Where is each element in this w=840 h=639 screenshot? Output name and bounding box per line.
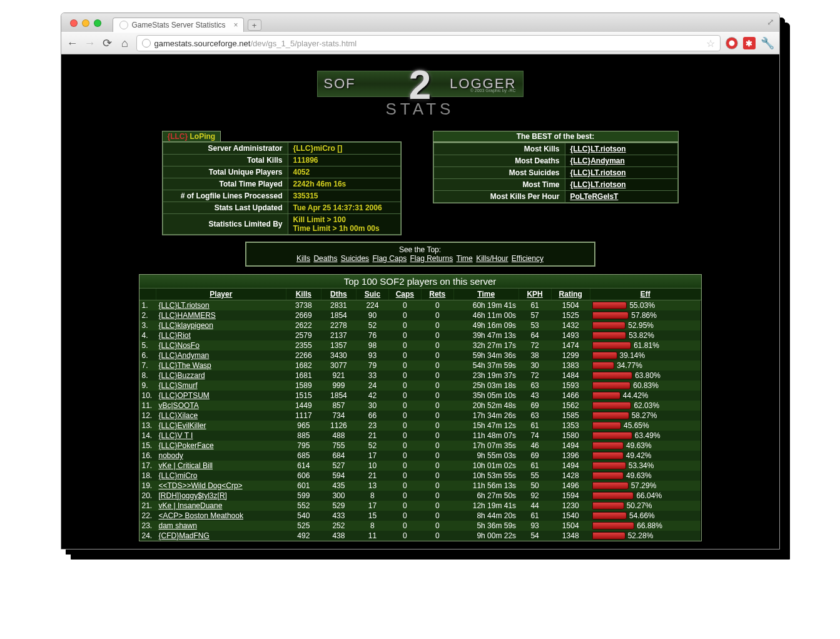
player-link[interactable]: {LLC}V T I bbox=[159, 431, 193, 440]
efficiency-value: 66.04% bbox=[636, 491, 662, 500]
server-info-box: {LLC} LoPing Server Administrator{LLC}mi… bbox=[162, 131, 402, 235]
table-header[interactable]: Rating bbox=[551, 289, 590, 300]
table-row: 15.{LLC}PokerFace795755520017h 07m 35s46… bbox=[139, 441, 701, 451]
efficiency-value: 45.65% bbox=[624, 421, 649, 430]
table-header[interactable]: Caps bbox=[388, 289, 421, 300]
zoom-window-button[interactable] bbox=[94, 19, 101, 27]
player-link[interactable]: nobody bbox=[159, 451, 183, 460]
browser-tab[interactable]: GameStats Server Statistics × bbox=[113, 18, 244, 32]
player-link[interactable]: {LLC}miCro bbox=[159, 471, 198, 480]
player-link[interactable]: <<TDS>>Wild Dog<Crp> bbox=[159, 481, 243, 490]
back-button[interactable]: ← bbox=[66, 37, 79, 50]
see-top-link[interactable]: Kills bbox=[296, 254, 310, 263]
player-link[interactable]: {LLC}Buzzard bbox=[159, 371, 205, 380]
table-header[interactable]: KPH bbox=[519, 289, 551, 300]
address-bar[interactable]: gamestats.sourceforge.net/dev/gs_1_5/pla… bbox=[136, 35, 721, 51]
best-player-link[interactable]: {LLC}LT.riotson bbox=[570, 180, 626, 189]
efficiency-bar bbox=[592, 312, 629, 319]
efficiency-bar bbox=[592, 492, 634, 499]
player-link[interactable]: vBc|SOOTA bbox=[159, 401, 199, 410]
server-info-value: Kill Limit > 100Time Limit > 1h 00m 00s bbox=[288, 214, 400, 235]
server-info-value: 335315 bbox=[288, 190, 400, 202]
close-window-button[interactable] bbox=[70, 19, 78, 27]
best-player-link[interactable]: {LLC}Andyman bbox=[570, 156, 625, 165]
new-tab-button[interactable]: + bbox=[248, 19, 261, 31]
player-link[interactable]: {LLC}PokerFace bbox=[159, 441, 214, 450]
player-link[interactable]: {LLC}OPTSUM bbox=[159, 391, 210, 400]
player-link[interactable]: <ACP> Boston Meathook bbox=[159, 511, 243, 520]
table-header[interactable]: Kills bbox=[286, 289, 321, 300]
player-link[interactable]: {LLC}Smurf bbox=[159, 381, 198, 390]
server-info-label: Server Administrator bbox=[163, 143, 288, 155]
efficiency-value: 49.63% bbox=[626, 441, 652, 450]
server-info-value: 111896 bbox=[288, 155, 400, 166]
efficiency-bar bbox=[592, 352, 617, 359]
extension-icon-2[interactable]: ✱ bbox=[743, 37, 756, 49]
see-top-link[interactable]: Time bbox=[457, 254, 473, 263]
best-player-link[interactable]: {LLC}LT.riotson bbox=[570, 168, 626, 177]
player-link[interactable]: {LLC}NosFo bbox=[159, 341, 200, 350]
favicon-icon bbox=[119, 21, 128, 29]
table-row: 21.vKe | InsaneDuane552529170012h 19m 41… bbox=[139, 501, 701, 511]
page-viewport[interactable]: SOF LOGGER 2 © 2003 Graphic by -RC STATS… bbox=[61, 54, 779, 549]
see-top-link[interactable]: Flag Caps bbox=[372, 254, 407, 263]
see-top-link[interactable]: Suicides bbox=[341, 254, 369, 263]
efficiency-bar bbox=[592, 362, 614, 369]
player-link[interactable]: vKe | InsaneDuane bbox=[159, 501, 223, 510]
table-header[interactable]: Eff bbox=[590, 289, 701, 300]
table-row: 17.vKe | Critical Bill614527100010h 01m … bbox=[139, 461, 701, 471]
player-link[interactable]: {LLC}Riot bbox=[159, 331, 191, 340]
efficiency-value: 57.29% bbox=[631, 481, 657, 490]
reload-button[interactable]: ⟳ bbox=[101, 36, 114, 50]
server-box-title: {LLC} LoPing bbox=[162, 131, 221, 142]
table-row: 18.{LLC}miCro606594210010h 53m 55s551428… bbox=[139, 471, 701, 481]
best-player-link[interactable]: {LLC}LT.riotson bbox=[570, 145, 626, 153]
player-link[interactable]: {LLC}Xilace bbox=[159, 411, 198, 420]
see-top-link[interactable]: Deaths bbox=[313, 254, 337, 263]
minimize-window-button[interactable] bbox=[82, 19, 89, 27]
server-info-value: Tue Apr 25 14:37:31 2006 bbox=[288, 202, 400, 214]
table-row: 19.<<TDS>>Wild Dog<Crp>601435130011h 56m… bbox=[139, 481, 701, 491]
player-link[interactable]: [RDH]}oggy$tyl3z[R] bbox=[159, 491, 227, 500]
table-row: 2.{LLC}HAMMERS26691854900046h 11m 00s571… bbox=[139, 310, 701, 320]
efficiency-value: 58.27% bbox=[632, 411, 657, 420]
see-top-link[interactable]: Flag Returns bbox=[410, 254, 453, 263]
efficiency-bar bbox=[592, 322, 625, 329]
settings-wrench-icon[interactable]: 🔧 bbox=[761, 36, 774, 50]
bookmark-star-icon[interactable]: ☆ bbox=[706, 38, 715, 49]
player-link[interactable]: dam shawn bbox=[159, 521, 197, 530]
player-link[interactable]: vKe | Critical Bill bbox=[159, 461, 213, 470]
player-link[interactable]: {LLC}The Wasp bbox=[159, 361, 211, 370]
extension-icon-1[interactable] bbox=[726, 37, 738, 49]
best-label: Most Kills bbox=[433, 143, 565, 155]
see-top-link[interactable]: Efficiency bbox=[512, 254, 544, 263]
see-top-link[interactable]: Kills/Hour bbox=[476, 254, 508, 263]
efficiency-bar bbox=[592, 412, 629, 419]
table-row: 7.{LLC}The Wasp16823077790054h 37m 59s30… bbox=[139, 360, 701, 371]
best-player-link[interactable]: PoLTeRGeIsT bbox=[570, 192, 619, 201]
table-header[interactable]: Time bbox=[453, 289, 519, 300]
maximize-icon[interactable]: ⤢ bbox=[767, 17, 774, 27]
table-header[interactable]: Rets bbox=[421, 289, 453, 300]
efficiency-value: 34.77% bbox=[617, 361, 642, 370]
table-row: 3.{LLC}klaypigeon26222278520049h 16m 09s… bbox=[139, 320, 701, 330]
player-link[interactable]: {LLC}HAMMERS bbox=[159, 311, 216, 320]
efficiency-bar bbox=[592, 432, 632, 439]
table-header[interactable]: Suic bbox=[356, 289, 388, 300]
player-link[interactable]: {LLC}EvilKiller bbox=[159, 421, 206, 430]
table-header[interactable]: Dths bbox=[321, 289, 356, 300]
table-row: 24.{CFD}MadFNG49243811009h 00m 22s541348… bbox=[139, 531, 701, 541]
player-link[interactable]: {LLC}Andyman bbox=[159, 351, 210, 360]
logo-subtitle: STATS bbox=[386, 100, 455, 119]
server-info-label: Statistics Limited By bbox=[163, 214, 288, 235]
player-link[interactable]: {LLC}LT.riotson bbox=[159, 301, 210, 310]
player-link[interactable]: {LLC}klaypigeon bbox=[159, 321, 213, 330]
table-row: 9.{LLC}Smurf1589999240025h 03m 18s631593… bbox=[139, 381, 701, 391]
tab-close-icon[interactable]: × bbox=[234, 21, 238, 29]
efficiency-value: 61.81% bbox=[634, 341, 659, 350]
home-button[interactable]: ⌂ bbox=[119, 37, 131, 50]
efficiency-value: 52.95% bbox=[628, 321, 654, 330]
table-header[interactable]: Player bbox=[156, 289, 286, 300]
player-link[interactable]: {CFD}MadFNG bbox=[159, 531, 210, 540]
efficiency-bar bbox=[592, 382, 630, 389]
